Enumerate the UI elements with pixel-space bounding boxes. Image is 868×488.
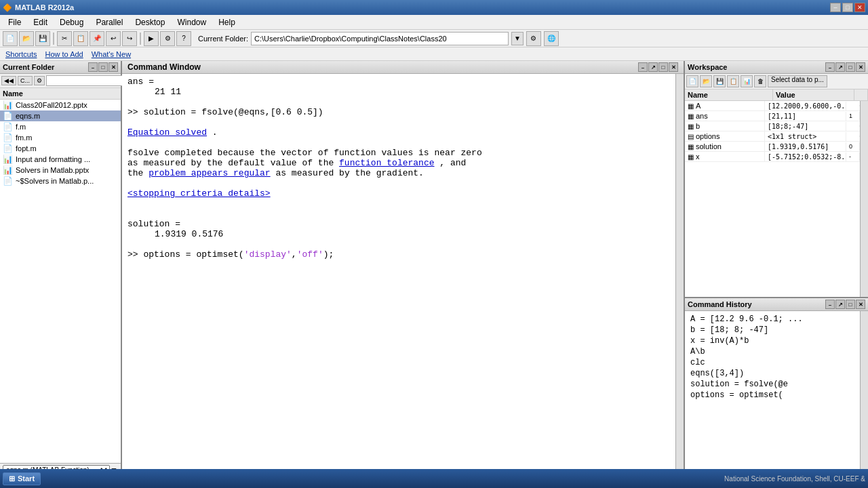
file-item[interactable]: 📄 f.m [0,121,121,132]
ws-copy-button[interactable]: 📋 [727,75,739,87]
hist-close-button[interactable]: ✕ [856,300,865,309]
workspace-row[interactable]: ▦ b [18;8;-47] [685,121,860,131]
hist-undock-button[interactable]: ↗ [835,300,845,309]
ws-close-button[interactable]: ✕ [856,62,865,72]
stopping-criteria-link[interactable]: <stopping criteria details> [127,188,271,199]
workspace-row[interactable]: ▦ ans [21,11] 1 [685,111,860,121]
folder-extra-button[interactable]: 🌐 [544,31,559,46]
cut-button[interactable]: ✂ [57,31,72,46]
paste-button[interactable]: 📌 [90,31,104,46]
file-item[interactable]: 📊 Class20Fall2012.pptx [0,100,121,110]
file-item[interactable]: 📊 Input and formatting ... [0,154,121,165]
workspace-panel: Workspace – ↗ □ ✕ 📄 📂 💾 📋 📊 🗑 Select dat… [685,61,868,298]
folder-column-header: Name [0,88,121,100]
copy-button[interactable]: 📋 [73,31,88,46]
folder-settings-icon[interactable]: ⚙ [34,76,45,85]
workspace-row[interactable]: ▦ x [-5.7152;0.0532;-8.150... - [685,152,860,162]
menu-window[interactable]: Window [172,16,212,28]
hist-minimize-button[interactable]: – [825,300,835,309]
file-item[interactable]: 📊 Solvers in Matlab.pptx [0,165,121,176]
file-icon: 📄 [3,176,13,186]
folder-nav-label[interactable]: C... [18,76,33,85]
ws-new-button[interactable]: 📄 [686,75,698,87]
history-line[interactable]: clc [690,357,854,368]
run-button[interactable]: ▶ [144,31,159,46]
main-layout: Current Folder – □ ✕ ◀◀ C... ⚙ 🔍 Name 📊 … [0,61,868,488]
history-line[interactable]: A = [12.2 9.6 -0.1; ... [690,314,854,325]
folder-back-button[interactable]: ◀◀ [1,76,16,85]
cmd-undock-button[interactable]: ↗ [648,62,658,72]
history-line[interactable]: eqns([3,4]) [690,368,854,379]
workspace-row[interactable]: ▦ solution [1.9319,0.5176] 0 [685,142,860,152]
close-button[interactable]: ✕ [854,3,865,12]
file-icon: 📊 [3,100,13,110]
shortcut-shortcuts[interactable]: Shortcuts [5,50,37,58]
history-line[interactable]: b = [18; 8; -47] [690,325,854,336]
equation-solved-link[interactable]: Equation solved [127,127,207,138]
ws-open-button[interactable]: 📂 [700,75,712,87]
shortcut-how-to-add[interactable]: How to Add [45,50,83,58]
file-item[interactable]: 📄 eqns.m [0,110,121,121]
folder-path-input[interactable] [251,32,509,45]
ws-select-data-button[interactable]: Select data to p... [768,75,827,87]
prompt1-text: >> solution = fsolve(@eqns,[0.6 0.5]) [127,107,323,117]
ws-minimize-button[interactable]: – [825,62,835,72]
ws-cell-value: [-5.7152;0.0532;-8.150... [765,152,846,161]
undo-button[interactable]: ↩ [106,31,121,46]
ws-row-icon: ▦ [688,113,694,120]
ans-output: ans = [127,77,670,87]
command-window-scrollbar[interactable] [675,74,684,475]
command-window-body[interactable]: ans = 21 11 >> solution = fsolve(@eqns,[… [122,74,675,475]
history-line[interactable]: x = inv(A)*b [690,336,854,346]
redo-button[interactable]: ↪ [122,31,137,46]
file-item[interactable]: 📄 fm.m [0,132,121,143]
function-tolerance-link[interactable]: function tolerance [339,158,434,168]
history-line[interactable]: solution = fsolve(@e [690,379,854,390]
history-scrollbar[interactable] [860,311,868,488]
menu-desktop[interactable]: Desktop [130,16,170,28]
cmd-close-button[interactable]: ✕ [669,62,678,72]
menu-help[interactable]: Help [213,16,241,28]
ws-var-name: A [696,102,701,110]
cf-maximize-button[interactable]: □ [98,62,108,72]
maximize-button[interactable]: □ [842,3,853,12]
menu-debug[interactable]: Debug [54,16,89,28]
workspace-row[interactable]: ▤ options <1x1 struct> [685,131,860,142]
folder-browse-button[interactable]: ▼ [511,32,524,45]
ws-maximize-button[interactable]: □ [846,62,855,72]
ws-var-name: options [696,132,719,140]
ws-chart-button[interactable]: 📊 [741,75,753,87]
file-icon: 📊 [3,155,13,164]
menu-file[interactable]: File [3,16,26,28]
cmd-maximize-button[interactable]: □ [658,62,668,72]
file-item[interactable]: 📄 fopt.m [0,143,121,154]
ws-undock-button[interactable]: ↗ [835,62,845,72]
workspace-scrollbar[interactable] [860,101,868,297]
ws-value-column-header: Value [773,89,854,100]
ws-delete-button[interactable]: 🗑 [754,75,766,87]
hist-maximize-button[interactable]: □ [846,300,855,309]
help-button[interactable]: ? [176,31,191,46]
ws-cell-min: 0 [846,142,860,150]
fsolve-text2: as measured by the default value of the [127,158,334,168]
open-file-button[interactable]: 📂 [19,31,34,46]
command-window-scroll-area: ans = 21 11 >> solution = fsolve(@eqns,[… [122,74,684,475]
minimize-button[interactable]: – [830,3,841,12]
folder-settings-button[interactable]: ⚙ [526,31,541,46]
cmd-minimize-button[interactable]: – [638,62,648,72]
cf-minimize-button[interactable]: – [88,62,98,72]
problem-appears-link[interactable]: problem appears regular [149,168,270,178]
history-line[interactable]: options = optimset( [690,390,854,401]
menu-edit[interactable]: Edit [28,16,53,28]
simulink-button[interactable]: ⚙ [160,31,175,46]
menu-parallel[interactable]: Parallel [90,16,128,28]
start-button[interactable]: ⊞ Start [3,472,41,485]
file-item[interactable]: 📄 ~$Solvers in Matlab.p... [0,176,121,186]
ws-save-button[interactable]: 💾 [713,75,726,87]
history-line[interactable]: A\b [690,346,854,357]
shortcut-whats-new[interactable]: What's New [92,50,131,58]
save-button[interactable]: 💾 [35,31,50,46]
cf-close-button[interactable]: ✕ [108,62,118,72]
workspace-row[interactable]: ▦ A [12.2000,9.6000,-0.10... [685,101,860,111]
new-file-button[interactable]: 📄 [3,31,18,46]
